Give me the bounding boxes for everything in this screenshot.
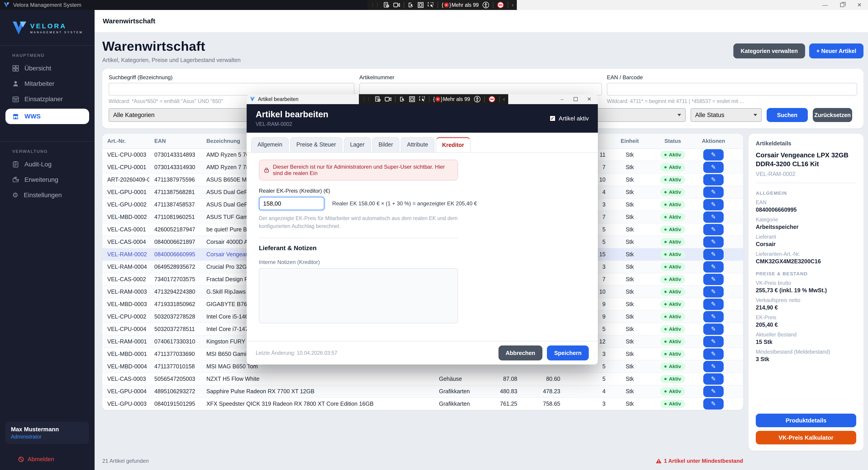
cell-status: Aktiv [649, 275, 694, 284]
status-dot-icon [664, 291, 666, 293]
cell-aktionen: ✎ [694, 236, 731, 248]
col-header-aktionen[interactable]: Aktionen [694, 138, 731, 144]
table-row[interactable]: VEL-GPU-0003 0840191501295 XFX Speedster… [102, 398, 743, 410]
accessibility-icon[interactable] [483, 2, 489, 8]
edit-article-button[interactable]: ✎ [703, 386, 724, 397]
tab-preise-steuer[interactable]: Preise & Steuer [290, 137, 342, 152]
clipboard-icon [12, 161, 19, 168]
cell-bezeichnung: NZXT H5 Flow White [202, 376, 434, 382]
edit-article-button[interactable]: ✎ [703, 274, 724, 285]
manage-categories-button[interactable]: Kategorien verwalten [733, 43, 805, 58]
real-ek-price-input[interactable] [259, 197, 324, 210]
accessibility-icon[interactable] [474, 96, 480, 102]
internal-notes-textarea[interactable] [259, 268, 458, 323]
restore-button[interactable] [834, 0, 851, 10]
status-dot-icon [664, 179, 666, 181]
close-button[interactable]: ✕ [583, 94, 596, 104]
table-row[interactable]: VEL-GPU-0004 4895106293272 Sapphire Puls… [102, 385, 743, 398]
article-no-input[interactable] [359, 83, 602, 95]
edit-article-button[interactable]: ✎ [703, 149, 724, 160]
do-not-disturb-icon[interactable] [488, 95, 496, 103]
col-header-ean[interactable]: EAN [149, 138, 202, 144]
edit-article-button[interactable]: ✎ [703, 199, 724, 210]
do-not-disturb-icon[interactable] [497, 1, 504, 9]
collapse-toolbar-icon[interactable]: ‹ [512, 2, 514, 8]
drag-handle-icon[interactable]: ⋮⋮ [371, 3, 380, 7]
edit-article-button[interactable]: ✎ [703, 249, 724, 260]
article-active-checkbox[interactable]: ✓ Artikel aktiv [550, 115, 589, 122]
col-header-status[interactable]: Status [649, 138, 694, 144]
minimize-button[interactable]: — [816, 0, 834, 10]
edit-article-button[interactable]: ✎ [703, 398, 724, 410]
log-target-icon[interactable] [375, 96, 381, 102]
tab-attribute[interactable]: Attribute [401, 137, 434, 152]
sidebar-item-audit-log[interactable]: Audit-Log [0, 157, 95, 172]
velora-logo-icon [4, 2, 9, 8]
edit-article-button[interactable]: ✎ [703, 311, 724, 322]
edit-article-button[interactable]: ✎ [703, 224, 724, 235]
tab-kreditor[interactable]: Kreditor [436, 137, 470, 152]
sidebar-item-einstellungen[interactable]: ⚙ Einstellungen [0, 187, 95, 203]
edit-article-button[interactable]: ✎ [703, 324, 724, 335]
table-row[interactable]: VEL-CAS-0003 5056547205003 NZXT H5 Flow … [102, 373, 743, 385]
camera-icon[interactable] [385, 96, 392, 102]
window-title: Velora Management System [13, 2, 82, 8]
col-header-artnr[interactable]: Art.-Nr. [102, 138, 149, 144]
vk-calculator-button[interactable]: VK-Preis Kalkulator [756, 431, 856, 444]
edit-article-button[interactable]: ✎ [703, 186, 724, 198]
sidebar-item-uebersicht[interactable]: Übersicht [0, 61, 95, 76]
edit-article-button[interactable]: ✎ [703, 299, 724, 310]
notifications-counter[interactable]: {✕}Mehr als 99 [433, 96, 470, 102]
notifications-counter[interactable]: {✕}Mehr als 99 [442, 2, 479, 8]
reset-button[interactable]: Zurücksetzen [813, 108, 852, 122]
region-select-icon[interactable] [427, 2, 434, 8]
collapse-toolbar-icon[interactable]: ‹ [503, 96, 505, 102]
edit-article-button[interactable]: ✎ [703, 361, 724, 372]
log-target-icon[interactable] [383, 2, 390, 8]
cell-status: Aktiv [649, 387, 694, 395]
search-button[interactable]: Suchen [767, 108, 808, 122]
stop-record-icon[interactable] [409, 96, 415, 102]
maximize-button[interactable] [569, 94, 583, 104]
drag-handle-icon[interactable]: ⋮⋮ [362, 97, 371, 101]
edit-article-button[interactable]: ✎ [703, 236, 724, 248]
region-select-icon[interactable] [418, 96, 425, 102]
tab-lager[interactable]: Lager [344, 137, 371, 152]
stop-record-icon[interactable] [418, 2, 424, 8]
logout-button[interactable]: Abmelden [18, 456, 89, 463]
edit-article-button[interactable]: ✎ [703, 261, 724, 272]
sidebar-item-einsatzplaner[interactable]: Einsatzplaner [0, 91, 95, 107]
user-name: Max Mustermann [11, 426, 84, 433]
edit-article-button[interactable]: ✎ [703, 161, 724, 173]
new-article-button[interactable]: + Neuer Artikel [809, 43, 864, 58]
edit-article-button[interactable]: ✎ [703, 348, 724, 360]
camera-icon[interactable] [393, 2, 400, 8]
sidebar-item-erweiterung[interactable]: Erweiterung [0, 172, 95, 187]
cell-ean: 0730143314930 [149, 164, 202, 171]
cancel-button[interactable]: Abbrechen [498, 346, 542, 360]
cursor-select-icon[interactable] [399, 96, 405, 102]
search-input[interactable] [108, 83, 354, 95]
cell-ean: 0730143314893 [149, 151, 202, 158]
sidebar-item-mitarbeiter[interactable]: Mitarbeiter [0, 76, 95, 91]
logout-label: Abmelden [28, 456, 54, 463]
ean-input[interactable] [607, 83, 857, 95]
minimize-button[interactable]: – [555, 94, 569, 104]
status-select[interactable]: Alle Status [691, 108, 762, 122]
edit-article-button[interactable]: ✎ [703, 373, 724, 385]
sidebar-item-wws[interactable]: WWS [5, 109, 89, 124]
save-button[interactable]: Speichern [547, 346, 589, 360]
edit-article-button[interactable]: ✎ [703, 286, 724, 297]
col-header-einheit[interactable]: Einheit [608, 138, 649, 144]
edit-article-button[interactable]: ✎ [703, 336, 724, 347]
close-button[interactable]: ✕ [851, 0, 868, 10]
product-details-button[interactable]: Produktdetails [756, 414, 856, 427]
app-window: Velora Management System ⋮⋮ {✕}Mehr als … [0, 0, 868, 470]
checkbox-checked-icon: ✓ [550, 115, 556, 121]
cursor-select-icon[interactable] [408, 2, 414, 8]
status-badge: Aktiv [660, 288, 685, 296]
edit-article-button[interactable]: ✎ [703, 211, 724, 223]
edit-article-button[interactable]: ✎ [703, 174, 724, 185]
tab-allgemein[interactable]: Allgemein [251, 137, 289, 152]
tab-bilder[interactable]: Bilder [372, 137, 399, 152]
